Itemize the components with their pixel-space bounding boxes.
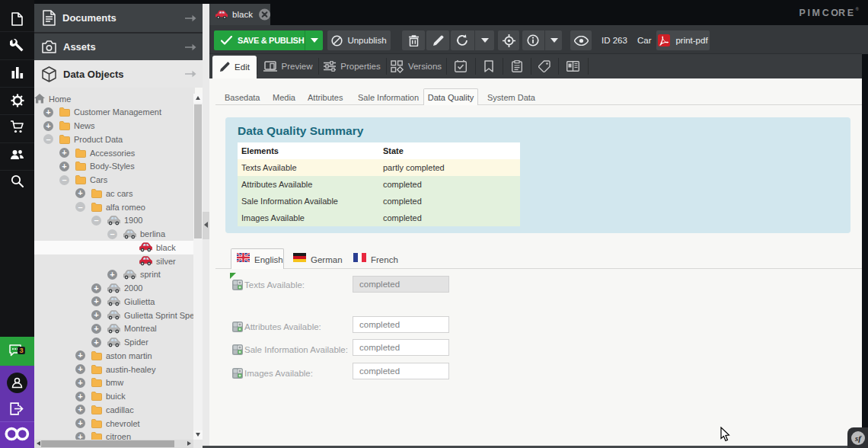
svg-text:3: 3 (19, 347, 23, 354)
svg-text:sf: sf (854, 434, 862, 443)
